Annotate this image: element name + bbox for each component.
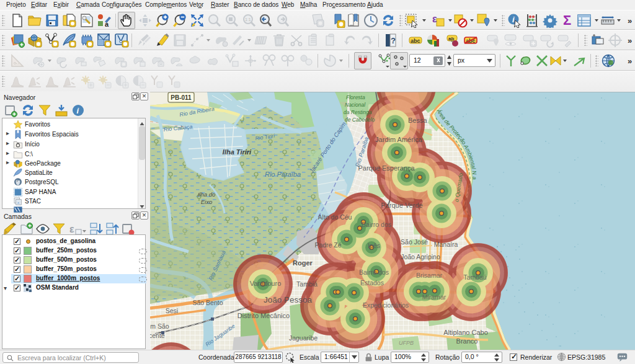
svg-text:Miramar: Miramar (422, 293, 446, 301)
svg-text:de Cabedelo: de Cabedelo (345, 117, 375, 123)
svg-text:i: i (77, 106, 79, 115)
svg-text:a: a (105, 20, 109, 28)
svg-text:Sesi: Sesi (166, 307, 178, 314)
svg-text:Bairro dos: Bairro dos (362, 221, 391, 228)
svg-text:Tambiá: Tambiá (296, 280, 318, 288)
svg-text:Bairro dos: Bairro dos (359, 269, 389, 276)
svg-text:cente: cente (150, 332, 165, 339)
svg-text:Jaguaribe: Jaguaribe (289, 334, 318, 342)
svg-text:João Agripino: João Agripino (401, 253, 440, 260)
svg-text:abc: abc (411, 38, 420, 44)
svg-text:ε: ε (432, 14, 437, 24)
svg-text:Tambaú: Tambaú (463, 273, 487, 281)
svg-text:ab: ab (448, 36, 454, 42)
svg-text:Manaíra: Manaíra (434, 241, 458, 248)
svg-text:Rio Paraíba: Rio Paraíba (265, 171, 301, 178)
svg-text:Parque Esperança: Parque Esperança (358, 164, 415, 172)
svg-text:Ipês: Ipês (368, 242, 380, 249)
svg-text:Floresta: Floresta (346, 94, 365, 100)
svg-text:Branco: Branco (456, 337, 478, 345)
svg-text:Padre Zé: Padre Zé (314, 241, 341, 249)
svg-text:São José: São José (401, 238, 428, 246)
svg-text:1:1: 1:1 (245, 17, 251, 22)
svg-text:da Restinga: da Restinga (344, 109, 372, 115)
svg-text:UFPB: UFPB (399, 340, 414, 346)
svg-text:Parque Verde: Parque Verde (381, 202, 422, 209)
svg-text:im São: im São (150, 322, 169, 330)
svg-text:Roger: Roger (293, 259, 313, 267)
svg-text:Varadouro: Varadouro (250, 280, 282, 287)
svg-text:Expedicionários: Expedicionários (363, 301, 409, 309)
svg-text:Jardim América: Jardim América (375, 136, 423, 143)
svg-text:PB-011: PB-011 (171, 94, 192, 101)
svg-text:Brisamar: Brisamar (416, 272, 443, 279)
svg-text:Altiplano Cabo: Altiplano Cabo (443, 329, 488, 336)
svg-text:Distrito Mecânico: Distrito Mecânico (238, 312, 290, 319)
svg-text:Σ: Σ (563, 12, 571, 27)
svg-text:Ilha Tiriri: Ilha Tiriri (223, 148, 252, 156)
svg-text:Alto do Céu: Alto do Céu (318, 213, 352, 221)
svg-text:?: ? (391, 36, 396, 45)
svg-text:Bessa: Bessa (408, 117, 427, 124)
svg-text:Nacional: Nacional (345, 102, 366, 108)
svg-text:Eixo: Eixo (201, 198, 212, 205)
svg-text:Ilha do: Ilha do (198, 191, 216, 198)
svg-text:São Bento: São Bento (192, 299, 223, 306)
svg-text:i: i (512, 15, 515, 24)
svg-text:Estados: Estados (360, 279, 384, 286)
svg-text:João Pessoa: João Pessoa (264, 295, 313, 304)
svg-text:ε: ε (69, 224, 74, 234)
